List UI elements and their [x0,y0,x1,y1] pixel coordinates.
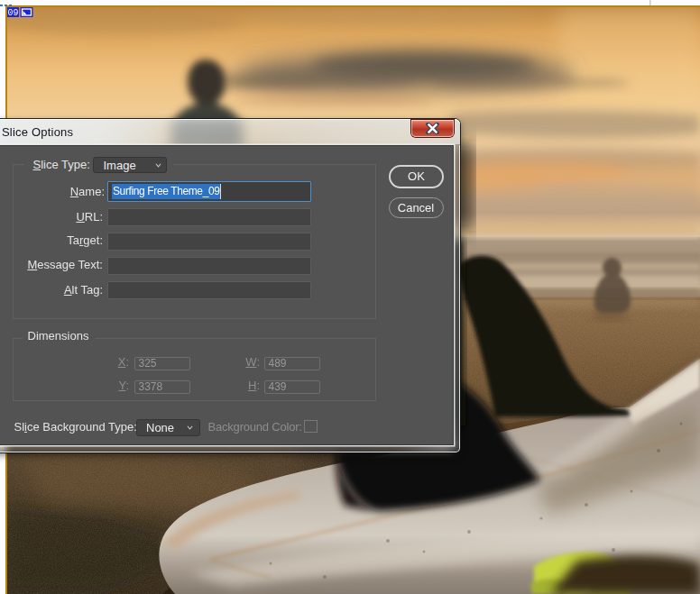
svg-text:09: 09 [7,8,18,18]
